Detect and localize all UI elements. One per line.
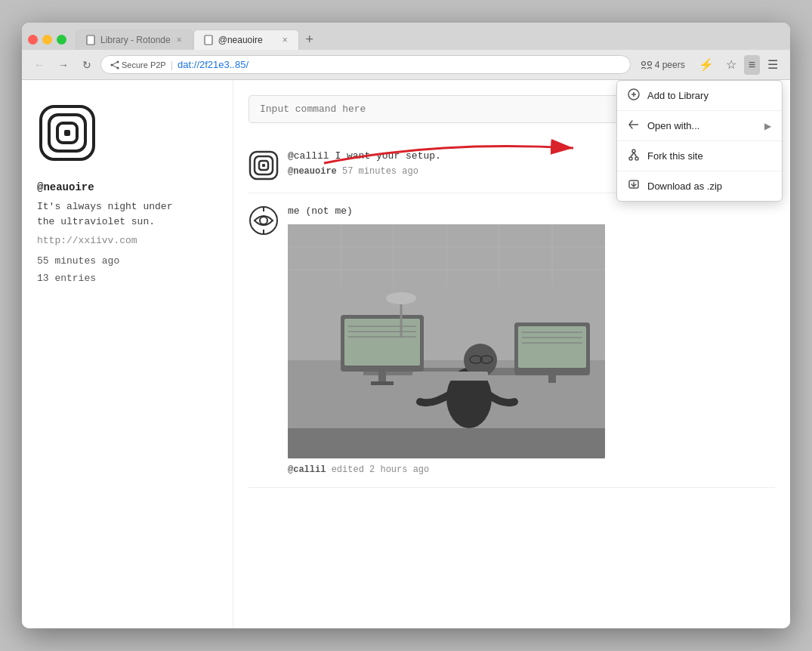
tab-bar: Library - Rotonde × @neauoire × + bbox=[22, 23, 790, 50]
svg-rect-37 bbox=[378, 372, 386, 383]
tab-neauoire[interactable]: @neauoire × bbox=[193, 29, 299, 50]
svg-line-62 bbox=[631, 153, 634, 157]
back-button[interactable]: ← bbox=[29, 56, 49, 74]
title-bar: Library - Rotonde × @neauoire × + ← → ↻ bbox=[22, 23, 790, 80]
svg-point-61 bbox=[635, 157, 638, 160]
minimize-button[interactable] bbox=[42, 35, 52, 45]
svg-rect-12 bbox=[64, 130, 70, 136]
post-time: 57 minutes ago bbox=[342, 166, 418, 177]
download-zip-item[interactable]: Download as .zip bbox=[617, 171, 782, 201]
page-icon-2 bbox=[203, 35, 214, 45]
svg-rect-44 bbox=[548, 375, 556, 383]
svg-line-5 bbox=[112, 62, 118, 65]
peers-count: 4 peers bbox=[655, 60, 685, 70]
svg-point-18 bbox=[260, 217, 267, 224]
add-library-icon bbox=[628, 88, 640, 103]
peers-icon bbox=[641, 60, 652, 69]
avatar-icon-2 bbox=[249, 205, 279, 236]
svg-rect-16 bbox=[262, 164, 265, 167]
tab-label: Library - Rotonde bbox=[100, 35, 171, 45]
browser-window: Library - Rotonde × @neauoire × + ← → ↻ bbox=[22, 23, 790, 628]
post-text-2: me (not me) bbox=[288, 205, 775, 217]
profile-link[interactable]: http://xxiivv.com bbox=[37, 235, 218, 246]
svg-point-53 bbox=[386, 292, 416, 304]
avatar-icon bbox=[249, 150, 279, 180]
open-with-icon bbox=[628, 119, 640, 133]
svg-rect-1 bbox=[205, 35, 212, 45]
tab-close-button-2[interactable]: × bbox=[281, 35, 289, 45]
svg-rect-38 bbox=[371, 381, 394, 385]
svg-rect-51 bbox=[288, 428, 605, 458]
fork-site-item[interactable]: Fork this site bbox=[617, 141, 782, 171]
sidebar: @neauoire It's always night under the ul… bbox=[22, 80, 233, 628]
lightning-button[interactable]: ⚡ bbox=[694, 54, 718, 75]
svg-line-6 bbox=[112, 65, 118, 68]
avatar bbox=[249, 150, 279, 180]
svg-line-63 bbox=[634, 153, 637, 157]
secure-badge: Secure P2P bbox=[110, 60, 166, 69]
avatar-2 bbox=[249, 205, 279, 236]
menu-button[interactable]: ≡ bbox=[744, 55, 760, 75]
post-username-2: @callil bbox=[288, 464, 326, 475]
share-icon bbox=[110, 60, 119, 69]
submenu-arrow-icon: ▶ bbox=[764, 121, 771, 131]
post-time-2: edited 2 hours ago bbox=[332, 464, 430, 475]
forward-button[interactable]: → bbox=[54, 56, 73, 74]
post-image bbox=[288, 224, 605, 458]
svg-point-7 bbox=[641, 61, 645, 65]
star-button[interactable]: ☆ bbox=[721, 54, 741, 75]
profile-meta: 55 minutes ago 13 entries bbox=[37, 252, 218, 288]
more-menu-button[interactable]: ☰ bbox=[763, 54, 783, 75]
browser-content: @neauoire It's always night under the ul… bbox=[22, 80, 790, 628]
svg-point-8 bbox=[647, 61, 651, 65]
profile-username: @neauoire bbox=[37, 181, 218, 193]
address-input[interactable]: Secure P2P | dat://2f21e3..85/ bbox=[100, 55, 631, 74]
fork-site-label: Fork this site bbox=[647, 150, 771, 162]
tab-library[interactable]: Library - Rotonde × bbox=[76, 29, 193, 50]
refresh-button[interactable]: ↻ bbox=[78, 56, 96, 74]
tab-close-button[interactable]: × bbox=[175, 35, 184, 45]
svg-point-59 bbox=[632, 150, 635, 153]
svg-point-60 bbox=[629, 157, 632, 160]
close-button[interactable] bbox=[28, 35, 38, 45]
svg-rect-0 bbox=[87, 35, 94, 45]
new-tab-button[interactable]: + bbox=[299, 29, 320, 50]
list-item: me (not me) bbox=[249, 193, 775, 488]
open-with-item[interactable]: Open with... ▶ bbox=[617, 111, 782, 141]
svg-rect-33 bbox=[344, 319, 420, 366]
dropdown-menu: Add to Library Open with... ▶ bbox=[616, 80, 783, 202]
window-controls bbox=[28, 35, 66, 45]
post-username: @neauoire bbox=[288, 166, 337, 177]
add-to-library-item[interactable]: Add to Library bbox=[617, 81, 782, 111]
download-zip-label: Download as .zip bbox=[647, 180, 771, 192]
vintage-computer-scene bbox=[288, 224, 605, 458]
post-edited: @callil edited 2 hours ago bbox=[288, 464, 775, 475]
address-url: dat://2f21e3..85/ bbox=[178, 59, 249, 70]
profile-bio: It's always night under the ultraviolet … bbox=[37, 199, 218, 229]
peers-badge: 4 peers bbox=[635, 57, 691, 73]
site-logo bbox=[37, 103, 97, 163]
add-to-library-label: Add to Library bbox=[647, 90, 771, 101]
address-bar: ← → ↻ Secure P2P | dat://2f21e3..85/ bbox=[22, 50, 790, 79]
secure-label: Secure P2P bbox=[122, 60, 166, 69]
fork-icon bbox=[628, 149, 640, 163]
svg-rect-50 bbox=[412, 372, 488, 381]
maximize-button[interactable] bbox=[57, 35, 66, 45]
download-icon bbox=[628, 179, 640, 193]
post-body-2: me (not me) bbox=[288, 205, 775, 475]
open-with-label: Open with... bbox=[647, 120, 757, 131]
tab-label-2: @neauoire bbox=[218, 35, 263, 45]
page-icon bbox=[85, 35, 96, 45]
toolbar-right: 4 peers ⚡ ☆ ≡ ☰ bbox=[635, 54, 783, 75]
